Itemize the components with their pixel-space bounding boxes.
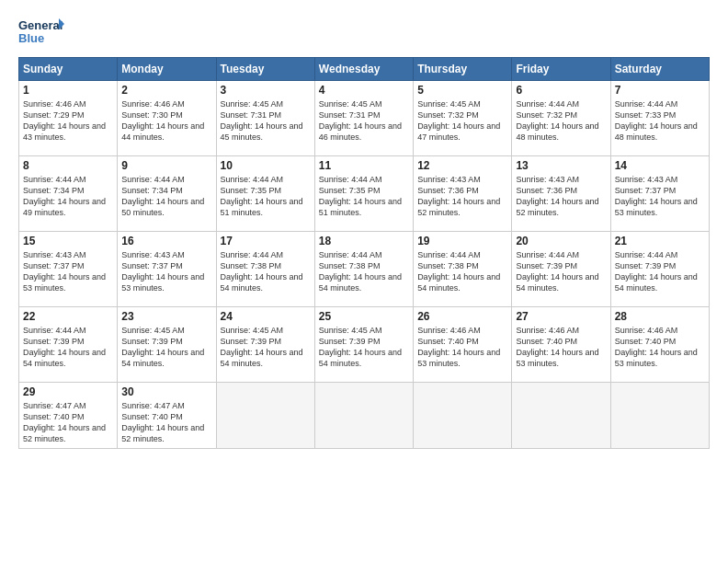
calendar-cell: 26 Sunrise: 4:46 AM Sunset: 7:40 PM Dayl…: [414, 307, 512, 383]
day-number: 1: [23, 84, 113, 97]
day-number: 27: [516, 310, 606, 323]
calendar-cell: 17 Sunrise: 4:44 AM Sunset: 7:38 PM Dayl…: [216, 232, 314, 307]
day-number: 21: [615, 235, 705, 247]
calendar-cell: 27 Sunrise: 4:46 AM Sunset: 7:40 PM Dayl…: [512, 307, 610, 383]
calendar-cell: 16 Sunrise: 4:43 AM Sunset: 7:37 PM Dayl…: [118, 232, 216, 307]
day-number: 6: [516, 84, 606, 97]
calendar-cell: 10 Sunrise: 4:44 AM Sunset: 7:35 PM Dayl…: [216, 156, 314, 232]
day-number: 18: [319, 235, 409, 247]
cell-info: Sunrise: 4:46 AM Sunset: 7:30 PM Dayligh…: [121, 98, 211, 144]
cell-info: Sunrise: 4:43 AM Sunset: 7:36 PM Dayligh…: [417, 174, 507, 219]
calendar-cell: 22 Sunrise: 4:44 AM Sunset: 7:39 PM Dayl…: [19, 307, 118, 383]
day-number: 5: [417, 84, 507, 97]
cell-info: Sunrise: 4:45 AM Sunset: 7:39 PM Dayligh…: [221, 325, 311, 370]
day-number: 12: [417, 159, 507, 172]
logo-svg: General Blue: [18, 15, 64, 48]
header: General Blue: [18, 15, 710, 48]
day-number: 9: [121, 159, 211, 172]
cell-info: Sunrise: 4:44 AM Sunset: 7:34 PM Dayligh…: [23, 174, 113, 219]
day-number: 15: [23, 235, 113, 247]
cell-info: Sunrise: 4:45 AM Sunset: 7:31 PM Dayligh…: [221, 98, 311, 144]
cell-info: Sunrise: 4:45 AM Sunset: 7:39 PM Dayligh…: [121, 325, 211, 370]
day-number: 4: [319, 84, 409, 97]
cell-info: Sunrise: 4:43 AM Sunset: 7:37 PM Dayligh…: [121, 249, 211, 294]
calendar-cell: 25 Sunrise: 4:45 AM Sunset: 7:39 PM Dayl…: [314, 307, 413, 383]
cell-info: Sunrise: 4:46 AM Sunset: 7:40 PM Dayligh…: [516, 325, 606, 370]
col-sunday: Sunday: [19, 58, 118, 81]
calendar-cell: 1 Sunrise: 4:46 AM Sunset: 7:29 PM Dayli…: [19, 81, 118, 156]
day-number: 14: [615, 159, 705, 172]
calendar-cell: 18 Sunrise: 4:44 AM Sunset: 7:38 PM Dayl…: [314, 232, 413, 307]
calendar-cell: 15 Sunrise: 4:43 AM Sunset: 7:37 PM Dayl…: [19, 232, 118, 307]
day-number: 30: [121, 385, 211, 398]
svg-text:Blue: Blue: [18, 31, 44, 45]
day-number: 26: [417, 310, 507, 323]
cell-info: Sunrise: 4:44 AM Sunset: 7:35 PM Dayligh…: [221, 174, 311, 219]
day-number: 22: [23, 310, 113, 323]
col-saturday: Saturday: [610, 58, 709, 81]
col-tuesday: Tuesday: [216, 58, 314, 81]
cell-info: Sunrise: 4:43 AM Sunset: 7:36 PM Dayligh…: [516, 174, 606, 219]
day-number: 7: [615, 84, 705, 97]
day-number: 8: [23, 159, 113, 172]
cell-info: Sunrise: 4:46 AM Sunset: 7:29 PM Dayligh…: [23, 98, 113, 144]
cell-info: Sunrise: 4:46 AM Sunset: 7:40 PM Dayligh…: [615, 325, 705, 370]
day-number: 24: [221, 310, 311, 323]
calendar-cell: 11 Sunrise: 4:44 AM Sunset: 7:35 PM Dayl…: [314, 156, 413, 232]
cell-info: Sunrise: 4:44 AM Sunset: 7:33 PM Dayligh…: [615, 98, 705, 144]
calendar-cell: 23 Sunrise: 4:45 AM Sunset: 7:39 PM Dayl…: [118, 307, 216, 383]
calendar-cell: 21 Sunrise: 4:44 AM Sunset: 7:39 PM Dayl…: [610, 232, 709, 307]
calendar-cell: 29 Sunrise: 4:47 AM Sunset: 7:40 PM Dayl…: [19, 383, 118, 449]
day-number: 16: [121, 235, 211, 247]
calendar-cell: [610, 383, 709, 449]
cell-info: Sunrise: 4:44 AM Sunset: 7:34 PM Dayligh…: [121, 174, 211, 219]
cell-info: Sunrise: 4:44 AM Sunset: 7:38 PM Dayligh…: [417, 249, 507, 294]
svg-text:General: General: [18, 18, 63, 32]
col-wednesday: Wednesday: [314, 58, 413, 81]
calendar-cell: 20 Sunrise: 4:44 AM Sunset: 7:39 PM Dayl…: [512, 232, 610, 307]
day-number: 29: [23, 385, 113, 398]
cell-info: Sunrise: 4:45 AM Sunset: 7:31 PM Dayligh…: [319, 98, 409, 144]
calendar-cell: 28 Sunrise: 4:46 AM Sunset: 7:40 PM Dayl…: [610, 307, 709, 383]
calendar-cell: [314, 383, 413, 449]
cell-info: Sunrise: 4:45 AM Sunset: 7:32 PM Dayligh…: [417, 98, 507, 144]
calendar-cell: 13 Sunrise: 4:43 AM Sunset: 7:36 PM Dayl…: [512, 156, 610, 232]
day-number: 19: [417, 235, 507, 247]
cell-info: Sunrise: 4:47 AM Sunset: 7:40 PM Dayligh…: [121, 400, 211, 445]
cell-info: Sunrise: 4:43 AM Sunset: 7:37 PM Dayligh…: [23, 249, 113, 294]
calendar-cell: 24 Sunrise: 4:45 AM Sunset: 7:39 PM Dayl…: [216, 307, 314, 383]
cell-info: Sunrise: 4:44 AM Sunset: 7:38 PM Dayligh…: [221, 249, 311, 294]
calendar-cell: 19 Sunrise: 4:44 AM Sunset: 7:38 PM Dayl…: [414, 232, 512, 307]
day-number: 28: [615, 310, 705, 323]
calendar-table: Sunday Monday Tuesday Wednesday Thursday…: [18, 57, 710, 449]
day-number: 10: [221, 159, 311, 172]
calendar-cell: 12 Sunrise: 4:43 AM Sunset: 7:36 PM Dayl…: [414, 156, 512, 232]
calendar-cell: 14 Sunrise: 4:43 AM Sunset: 7:37 PM Dayl…: [610, 156, 709, 232]
cell-info: Sunrise: 4:44 AM Sunset: 7:35 PM Dayligh…: [319, 174, 409, 219]
calendar-cell: 2 Sunrise: 4:46 AM Sunset: 7:30 PM Dayli…: [118, 81, 216, 156]
cell-info: Sunrise: 4:43 AM Sunset: 7:37 PM Dayligh…: [615, 174, 705, 219]
calendar-cell: [414, 383, 512, 449]
day-number: 17: [221, 235, 311, 247]
calendar-cell: 30 Sunrise: 4:47 AM Sunset: 7:40 PM Dayl…: [118, 383, 216, 449]
calendar-cell: 6 Sunrise: 4:44 AM Sunset: 7:32 PM Dayli…: [512, 81, 610, 156]
calendar-cell: 4 Sunrise: 4:45 AM Sunset: 7:31 PM Dayli…: [314, 81, 413, 156]
col-thursday: Thursday: [414, 58, 512, 81]
cell-info: Sunrise: 4:44 AM Sunset: 7:32 PM Dayligh…: [516, 98, 606, 144]
calendar-cell: [512, 383, 610, 449]
cell-info: Sunrise: 4:44 AM Sunset: 7:39 PM Dayligh…: [615, 249, 705, 294]
calendar-cell: 9 Sunrise: 4:44 AM Sunset: 7:34 PM Dayli…: [118, 156, 216, 232]
cell-info: Sunrise: 4:44 AM Sunset: 7:39 PM Dayligh…: [516, 249, 606, 294]
cell-info: Sunrise: 4:44 AM Sunset: 7:39 PM Dayligh…: [23, 325, 113, 370]
day-number: 13: [516, 159, 606, 172]
cell-info: Sunrise: 4:44 AM Sunset: 7:38 PM Dayligh…: [319, 249, 409, 294]
col-friday: Friday: [512, 58, 610, 81]
day-number: 25: [319, 310, 409, 323]
day-number: 11: [319, 159, 409, 172]
calendar-cell: [216, 383, 314, 449]
col-monday: Monday: [118, 58, 216, 81]
calendar-cell: 8 Sunrise: 4:44 AM Sunset: 7:34 PM Dayli…: [19, 156, 118, 232]
day-number: 3: [221, 84, 311, 97]
cell-info: Sunrise: 4:47 AM Sunset: 7:40 PM Dayligh…: [23, 400, 113, 445]
calendar-cell: 7 Sunrise: 4:44 AM Sunset: 7:33 PM Dayli…: [610, 81, 709, 156]
